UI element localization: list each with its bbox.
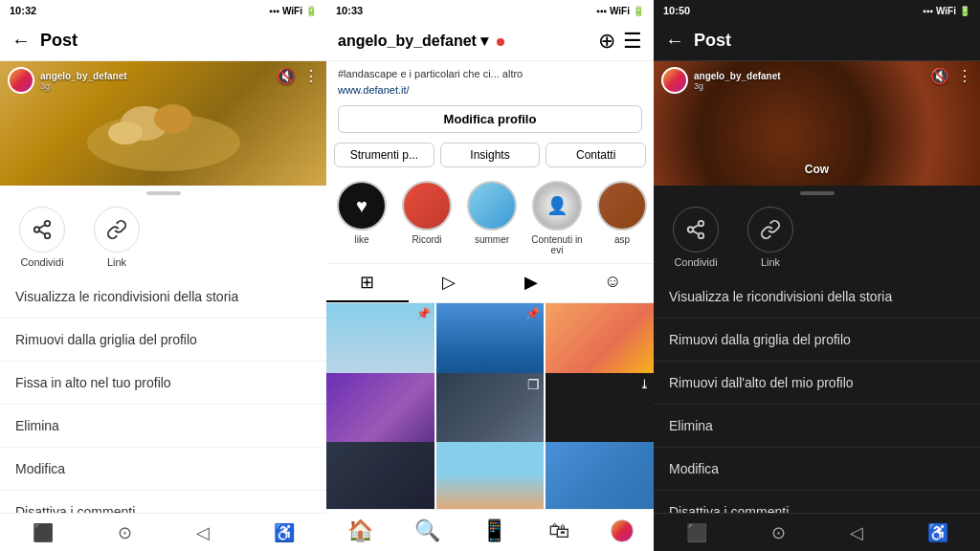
modifica-profilo-button[interactable]: Modifica profilo <box>338 105 642 133</box>
menu-item-3-left[interactable]: Elimina <box>0 405 326 448</box>
grid-tab-tagged[interactable]: ☺ <box>572 264 655 302</box>
status-time-mid: 10:33 <box>336 5 363 16</box>
mute-icon-right[interactable]: 🔇 <box>930 67 949 85</box>
grid-tab-igtv[interactable]: ▶ <box>490 264 572 302</box>
back-button-right[interactable]: ← <box>665 30 684 52</box>
avatar-left <box>8 67 34 94</box>
menu-item-4-left[interactable]: Modifica <box>0 448 326 491</box>
menu-icon-mid[interactable]: ☰ <box>623 29 642 54</box>
share-icon-right <box>673 207 719 253</box>
highlight-asp[interactable]: asp <box>596 181 648 255</box>
back-button-left[interactable]: ← <box>11 30 31 52</box>
status-bar-left: 10:32 ▪▪▪ WiFi 🔋 <box>0 0 326 21</box>
time-right: 3g <box>694 81 781 91</box>
link-label-right: Link <box>761 256 780 268</box>
nav-back-icon-right[interactable]: ◁ <box>850 522 863 543</box>
contatti-tab[interactable]: Contatti <box>546 143 646 167</box>
highlight-circle-asp <box>597 181 647 231</box>
page-title-left: Post <box>40 31 315 51</box>
battery-icon-mid: 🔋 <box>633 6 644 16</box>
left-panel: 10:32 ▪▪▪ WiFi 🔋 ← Post angelo_by_defane… <box>0 0 326 551</box>
highlight-label-summer: summer <box>475 234 509 245</box>
signal-icon-right: ▪▪▪ <box>923 6 933 16</box>
grid-cell-7[interactable] <box>436 442 545 509</box>
menu-list-right: Visualizza le ricondivisioni della stori… <box>654 276 980 513</box>
svg-point-2 <box>154 104 192 133</box>
svg-line-8 <box>39 225 45 229</box>
profile-link[interactable]: www.defanet.it/ <box>326 84 654 101</box>
wifi-icon-right: WiFi <box>936 6 956 16</box>
post-user-row-left: angelo_by_defanet 3g <box>8 67 127 94</box>
menu-item-0-left[interactable]: Visualizza le ricondivisioni della stori… <box>0 276 326 319</box>
highlight-circle-ricordi <box>402 181 452 231</box>
share-button-right[interactable]: Condividi <box>673 207 719 268</box>
menu-item-0-right[interactable]: Visualizza le ricondivisioni della stori… <box>654 276 980 319</box>
menu-list-left: Visualizza le ricondivisioni della stori… <box>0 276 326 513</box>
highlight-like[interactable]: ♥ like <box>336 181 388 255</box>
nav-square-icon[interactable]: ⬛ <box>33 522 54 543</box>
add-post-icon[interactable]: ⊕ <box>598 29 615 54</box>
highlight-summer[interactable]: summer <box>466 181 518 255</box>
nav-shop-mid[interactable]: 🛍 <box>548 518 569 543</box>
link-button-right[interactable]: Link <box>747 207 793 268</box>
highlight-circle-contenuti: 👤 <box>532 181 582 231</box>
highlight-contenuti[interactable]: 👤 Contenuti in evi <box>531 181 583 255</box>
post-icons-right-right: 🔇 ⋮ <box>930 67 972 85</box>
grid-tab-posts[interactable]: ⊞ <box>326 264 409 302</box>
menu-item-1-right[interactable]: Rimuovi dalla griglia del profilo <box>654 319 980 362</box>
menu-item-2-left[interactable]: Fissa in alto nel tuo profilo <box>0 362 326 405</box>
link-button-left[interactable]: Link <box>94 207 140 268</box>
status-bar-mid: 10:33 ▪▪▪ WiFi 🔋 <box>326 0 654 21</box>
menu-item-3-right[interactable]: Elimina <box>654 405 980 448</box>
nav-home-mid[interactable]: 🏠 <box>347 518 373 543</box>
nav-home-icon-right[interactable]: ⊙ <box>771 522 786 543</box>
highlight-circle-summer <box>467 181 517 231</box>
avatar-right <box>661 67 688 94</box>
nav-accessibility-icon-right[interactable]: ♿ <box>927 522 948 543</box>
strumenti-tab[interactable]: Strumenti p... <box>334 143 434 167</box>
svg-point-9 <box>699 221 704 227</box>
cow-label: Cow <box>805 163 829 176</box>
nav-square-icon-right[interactable]: ⬛ <box>686 522 707 543</box>
nav-profile-mid[interactable] <box>611 519 634 542</box>
insights-tab[interactable]: Insights <box>440 143 541 167</box>
bottom-nav-left: ⬛ ⊙ ◁ ♿ <box>0 513 326 551</box>
status-bar-right: 10:50 ▪▪▪ WiFi 🔋 <box>654 0 980 21</box>
signal-icon: ▪▪▪ <box>269 6 279 16</box>
menu-item-4-right[interactable]: Modifica <box>654 448 980 491</box>
menu-item-1-left[interactable]: Rimuovi dalla griglia del profilo <box>0 319 326 362</box>
more-icon-right[interactable]: ⋮ <box>957 67 972 85</box>
link-icon-right <box>747 207 793 253</box>
menu-item-5-left[interactable]: Disattiva i commenti <box>0 491 326 513</box>
svg-point-4 <box>45 221 51 227</box>
profile-username: angelo_by_defanet ▾ <box>338 32 590 50</box>
nav-search-mid[interactable]: 🔍 <box>414 518 440 543</box>
drag-handle-right <box>654 186 980 199</box>
profile-tabs-row: Strumenti p... Insights Contatti <box>326 137 654 173</box>
nav-back-icon[interactable]: ◁ <box>196 522 210 543</box>
svg-point-6 <box>45 233 51 239</box>
more-icon-left[interactable]: ⋮ <box>303 67 319 85</box>
menu-item-5-right[interactable]: Disattiva i commenti <box>654 491 980 513</box>
grid-cell-8[interactable] <box>546 442 654 509</box>
share-button-left[interactable]: Condividi <box>19 207 65 268</box>
drag-handle-left <box>0 186 326 199</box>
highlight-label-like: like <box>354 234 368 245</box>
highlight-label-ricordi: Ricordi <box>412 234 441 245</box>
verified-indicator: ▾ <box>480 33 503 49</box>
nav-accessibility-icon[interactable]: ♿ <box>274 522 295 543</box>
svg-point-10 <box>688 227 694 232</box>
menu-item-2-right[interactable]: Rimuovi dall'alto del mio profilo <box>654 362 980 405</box>
highlight-ricordi[interactable]: Ricordi <box>401 181 453 255</box>
user-info-left: angelo_by_defanet 3g <box>40 71 127 91</box>
share-label-right: Condividi <box>674 256 717 268</box>
svg-line-13 <box>693 225 699 229</box>
grid-cell-6[interactable] <box>326 442 434 509</box>
svg-line-7 <box>39 231 45 234</box>
svg-point-5 <box>34 227 40 232</box>
nav-home-icon[interactable]: ⊙ <box>118 522 132 543</box>
mute-icon-left[interactable]: 🔇 <box>277 67 296 85</box>
grid-tab-reels[interactable]: ▷ <box>409 264 491 302</box>
nav-reels-mid[interactable]: 📱 <box>481 518 507 543</box>
battery-icon-right: 🔋 <box>959 6 970 16</box>
